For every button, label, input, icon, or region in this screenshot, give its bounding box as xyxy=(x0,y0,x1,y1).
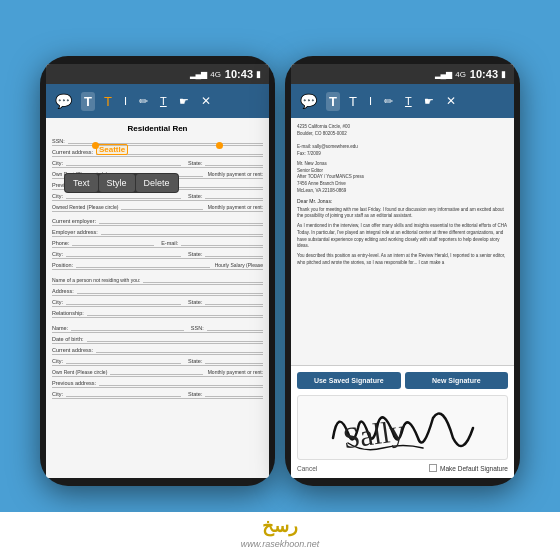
toolbar-text-icon-r[interactable]: T xyxy=(326,92,340,111)
city-label-1: City: xyxy=(52,160,63,166)
monthly-label-2: Monthly payment or rent: xyxy=(208,204,263,210)
toolbar-text2-icon[interactable]: T xyxy=(101,92,115,111)
drag-handle-right[interactable] xyxy=(216,142,223,149)
city-label-4: City: xyxy=(52,299,63,305)
watermark-logo: رسخ xyxy=(262,515,298,537)
new-signature-button[interactable]: New Signature xyxy=(405,372,509,389)
state-field-6[interactable] xyxy=(205,396,263,397)
own-rent-row-3: Own Rent (Please circle) Monthly payment… xyxy=(52,368,263,377)
own-rent-label-3: Own Rent (Please circle) xyxy=(52,369,107,375)
toolbar-chat-icon-r[interactable]: 💬 xyxy=(297,91,320,111)
phone-email-row: Phone: E-mail: xyxy=(52,239,263,248)
phone-field[interactable] xyxy=(72,245,154,246)
toolbar-left[interactable]: 💬 T T I ✏ T ☛ ✕ xyxy=(46,84,269,118)
city-field-1[interactable] xyxy=(66,165,181,166)
app-container: ▂▄▆ 4G 10:43 ▮ 💬 T T I ✏ T ☛ ✕ xyxy=(0,0,560,552)
state-field-4[interactable] xyxy=(205,304,263,305)
address-field[interactable]: Seattle xyxy=(96,145,263,155)
context-menu-delete[interactable]: Delete xyxy=(136,174,178,192)
doc-left-content: Residential Ren SSN: Text Style Delete xyxy=(46,118,269,407)
city-field-6[interactable] xyxy=(66,396,181,397)
sig-footer: Cancel Make Default Signature xyxy=(297,464,508,472)
dob-row: Date of birth: xyxy=(52,335,263,344)
watermark-url: www.rasekhoon.net xyxy=(241,539,320,549)
toolbar-pen-icon[interactable]: ✏ xyxy=(136,93,151,110)
phone-left-screen: ▂▄▆ 4G 10:43 ▮ 💬 T T I ✏ T ☛ ✕ xyxy=(46,64,269,478)
letter-body-1: Thank you for meeting with me last Frida… xyxy=(297,207,508,221)
city-state-row-2: City: State: xyxy=(52,192,263,201)
current-addr-field-2[interactable] xyxy=(96,352,263,353)
toolbar-cursor-icon-r[interactable]: ☛ xyxy=(421,93,437,110)
city-field-2[interactable] xyxy=(66,198,181,199)
monthly-field-3[interactable] xyxy=(110,374,202,375)
toolbar-text-icon[interactable]: T xyxy=(81,92,95,111)
letter-dear: Dear Mr. Jonas: xyxy=(297,198,508,204)
phone-right-screen: ▂▄▆ 4G 10:43 ▮ 💬 T T I ✏ T ☛ ✕ xyxy=(291,64,514,478)
monthly-field-2[interactable] xyxy=(121,209,202,210)
position-field[interactable] xyxy=(76,267,210,268)
status-icons-left: ▂▄▆ 4G xyxy=(190,70,221,79)
monthly-label-3: Monthly payment or rent: xyxy=(208,369,263,375)
sig-buttons-row: Use Saved Signature New Signature xyxy=(297,372,508,389)
state-label-5: State: xyxy=(188,358,202,364)
ssn-label-2: SSN: xyxy=(191,325,204,331)
toolbar-pen-icon-r[interactable]: ✏ xyxy=(381,93,396,110)
relationship-row: Relationship: xyxy=(52,309,263,318)
toolbar-right[interactable]: 💬 T T I ✏ T ☛ ✕ xyxy=(291,84,514,118)
context-menu-style[interactable]: Style xyxy=(99,174,135,192)
state-field-2[interactable] xyxy=(205,198,263,199)
owned-rented-label: Owned Rented (Please circle) xyxy=(52,204,118,210)
city-field-5[interactable] xyxy=(66,363,181,364)
employer-label: Current employer: xyxy=(52,218,96,224)
addr-label-2: Address: xyxy=(52,288,74,294)
email-field[interactable] xyxy=(181,245,263,246)
state-label-3: State: xyxy=(188,251,202,257)
toolbar-text2-icon-r[interactable]: T xyxy=(346,92,360,111)
toolbar-text3-icon-r[interactable]: I xyxy=(366,93,375,109)
employer-row: Current employer: xyxy=(52,217,263,226)
state-label-6: State: xyxy=(188,391,202,397)
letter-address: 4235 California Circle, #00 Boulder, CO … xyxy=(297,124,508,158)
signature-panel: Use Saved Signature New Signature Sally xyxy=(291,365,514,478)
state-field-1[interactable] xyxy=(205,165,263,166)
prev-addr-row-2: Previous address: xyxy=(52,379,263,388)
make-default-checkbox[interactable] xyxy=(429,464,437,472)
context-menu[interactable]: Text Style Delete xyxy=(64,173,179,193)
battery-right: ▮ xyxy=(501,69,506,79)
state-field-3[interactable] xyxy=(205,256,263,257)
address-label: Current address: xyxy=(52,149,93,155)
dob-field[interactable] xyxy=(87,341,264,342)
addr-field-2[interactable] xyxy=(77,293,263,294)
time-left: 10:43 xyxy=(225,68,253,80)
prev-addr-field-2[interactable] xyxy=(99,385,263,386)
state-field-5[interactable] xyxy=(205,363,263,364)
use-saved-signature-button[interactable]: Use Saved Signature xyxy=(297,372,401,389)
cancel-button[interactable]: Cancel xyxy=(297,465,317,472)
city-field-3[interactable] xyxy=(66,256,181,257)
toolbar-close-icon[interactable]: ✕ xyxy=(198,92,214,110)
employer-addr-label: Employer address: xyxy=(52,229,98,235)
toolbar-underline-icon[interactable]: T xyxy=(157,93,170,109)
state-label-4: State: xyxy=(188,299,202,305)
ssn-field-2[interactable] xyxy=(207,330,263,331)
toolbar-chat-icon[interactable]: 💬 xyxy=(52,91,75,111)
toolbar-close-icon-r[interactable]: ✕ xyxy=(443,92,459,110)
toolbar-cursor-icon[interactable]: ☛ xyxy=(176,93,192,110)
monthly-label-1: Monthly payment or rent: xyxy=(208,171,263,177)
signature-area[interactable]: Sally xyxy=(297,395,508,460)
toolbar-text3-icon[interactable]: I xyxy=(121,93,130,109)
name-field-2[interactable] xyxy=(71,330,184,331)
position-label: Position: xyxy=(52,262,73,268)
relationship-field[interactable] xyxy=(87,315,263,316)
employer-field[interactable] xyxy=(99,223,263,224)
employer-addr-field[interactable] xyxy=(101,234,263,235)
status-bar-left: ▂▄▆ 4G 10:43 ▮ xyxy=(46,64,269,84)
state-label-2: State: xyxy=(188,193,202,199)
toolbar-underline-icon-r[interactable]: T xyxy=(402,93,415,109)
no-reside-row: Name of a person not residing with you: xyxy=(52,276,263,285)
city-field-4[interactable] xyxy=(66,304,181,305)
context-menu-text[interactable]: Text xyxy=(65,174,98,192)
drag-handle-left[interactable] xyxy=(92,142,99,149)
city-state-row-3: City: State: xyxy=(52,250,263,259)
no-reside-field[interactable] xyxy=(143,282,263,283)
